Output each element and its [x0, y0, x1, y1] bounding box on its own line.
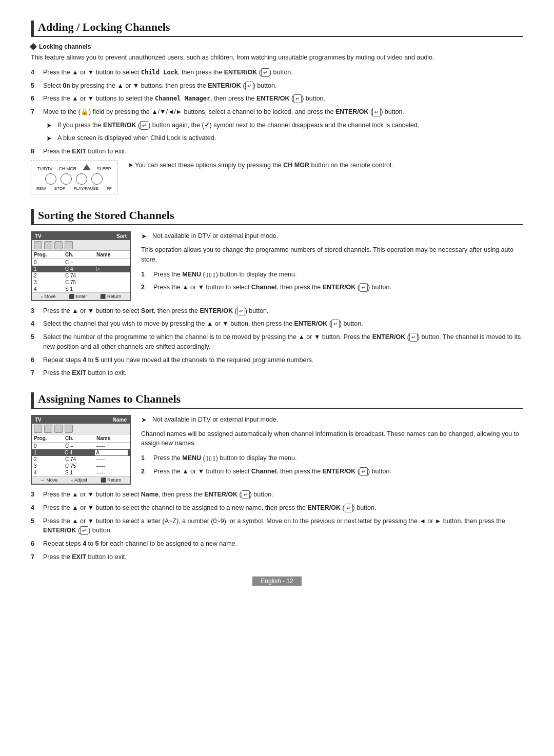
adding-locking-section: Adding / Locking Channels Locking channe…	[31, 21, 523, 194]
page-footer: English - 12	[31, 578, 523, 585]
assigning-tv-icon-1	[34, 425, 42, 433]
assigning-two-col: TV Name Prog. Ch. Name 0 C --	[31, 415, 523, 490]
assigning-section: Assigning Names to Channels TV Name Prog…	[31, 392, 523, 562]
tv-row-0: 0 C --	[32, 259, 130, 266]
ch-col-header: Ch.	[65, 252, 96, 257]
assigning-tv-label: TV	[35, 417, 42, 423]
assigning-tv-icons-row	[32, 424, 130, 434]
locking-subheading: Locking channels	[31, 43, 523, 50]
assigning-prog-col: Prog.	[34, 435, 65, 441]
assigning-step-6: 6 Repeat steps 4 to 5 for each channel t…	[31, 539, 523, 549]
tv-icons-row	[32, 240, 130, 251]
tv-row-2: 2 C 74	[32, 272, 130, 279]
tv-icon-4	[65, 241, 73, 249]
assigning-move-label: ↔ Move	[41, 478, 58, 483]
assigning-row-4: 4 S 1 -----	[32, 469, 130, 476]
step-7: 7 Move to the (🔒) field by pressing the …	[31, 107, 523, 117]
remote-inner: TV/DTV CH MGR SLEEP REW STOP PLAY/P	[36, 164, 112, 191]
tv-icon-2	[44, 241, 52, 249]
tv-dtv-label: TV/DTV	[37, 166, 52, 171]
assigning-name-col: Name	[96, 435, 128, 441]
tv-icon-3	[54, 241, 63, 249]
assigning-tv-col-headers: Prog. Ch. Name	[32, 434, 130, 443]
assigning-name-label: Name	[113, 417, 127, 423]
tv-row-4: 4 S 1	[32, 286, 130, 292]
prog-col-header: Prog.	[34, 252, 65, 257]
sorting-step-4: 4 Select the channel that you wish to mo…	[31, 319, 523, 329]
sorting-tv-col: TV Sort Prog. Ch. Name 0 C --	[31, 231, 131, 306]
step-8: 8 Press the EXIT button to exit.	[31, 147, 523, 156]
name-col-header: Name	[96, 252, 128, 257]
remote-caption: ➤ You can select these options simply by…	[128, 161, 393, 170]
tv-enter-label: ⬛ Enter	[69, 294, 87, 299]
assigning-ch-col: Ch.	[65, 435, 96, 441]
tv-label: TV	[35, 233, 42, 239]
tv-col-headers: Prog. Ch. Name	[32, 251, 130, 259]
assigning-tv-icon-3	[54, 425, 63, 433]
sorting-not-available: ➤ Not available in DTV or external input…	[141, 231, 523, 242]
assigning-step-4: 4 Press the ▲ or ▼ button to select the …	[31, 503, 523, 513]
remote-top-labels: TV/DTV CH MGR SLEEP	[37, 164, 111, 171]
sleep-label: SLEEP	[97, 166, 111, 171]
ch-mgr-label: CH MGR	[59, 166, 76, 171]
tv-row-3: 3 C 75	[32, 279, 130, 286]
assigning-step-7: 7 Press the EXIT button to exit.	[31, 552, 523, 562]
assigning-description: Channel names will be assigned automatic…	[141, 429, 523, 449]
assigning-tv-icon-4	[65, 425, 73, 433]
remote-btn-3	[76, 173, 87, 185]
sorting-step-7: 7 Press the EXIT button to exit.	[31, 368, 523, 378]
sorting-step-2: 2 Press the ▲ or ▼ button to select Chan…	[141, 283, 523, 292]
ch-mgr-triangle-icon	[83, 164, 91, 170]
assigning-tv-icon-2	[44, 425, 52, 433]
remote-area: TV/DTV CH MGR SLEEP REW STOP PLAY/P	[31, 161, 523, 194]
page-badge: English - 12	[252, 576, 301, 586]
assigning-step-5: 5 Press the ▲ or ▼ button to select a le…	[31, 516, 523, 536]
assigning-adjust-label: ⬦ Adjust	[71, 478, 87, 483]
sorting-right-col: ➤ Not available in DTV or external input…	[141, 231, 523, 296]
step-6: 6 Press the ▲ or ▼ buttons to select the…	[31, 94, 523, 104]
step-5: 5 Select On by pressing the ▲ or ▼ butto…	[31, 81, 523, 91]
assigning-not-available: ➤ Not available in DTV or external input…	[141, 415, 523, 425]
sorting-two-col: TV Sort Prog. Ch. Name 0 C --	[31, 231, 523, 306]
assigning-row-3: 3 C 75 -----	[32, 463, 130, 469]
stop-label: STOP	[54, 186, 66, 191]
sorting-section: Sorting the Stored Channels TV Sort Prog…	[31, 209, 523, 379]
assigning-tv-footer: ↔ Move ⬦ Adjust ⬛ Return	[32, 476, 130, 484]
tv-screen-header: TV Sort	[32, 232, 130, 240]
tv-move-label: ⬦ Move	[41, 294, 56, 299]
sorting-description: This operation allows you to change the …	[141, 245, 523, 265]
sorting-step-6: 6 Repeat steps 4 to 5 until you have mov…	[31, 355, 523, 365]
diamond-icon	[30, 43, 37, 50]
tv-footer: ⬦ Move ⬛ Enter ⬛ Return	[32, 292, 130, 300]
tv-icon-1	[34, 241, 42, 249]
remote-box: TV/DTV CH MGR SLEEP REW STOP PLAY/P	[31, 161, 117, 194]
play-pause-label: PLAY/PAUSE	[73, 186, 98, 191]
assigning-title: Assigning Names to Channels	[31, 392, 523, 409]
locking-intro: This feature allows you to prevent unaut…	[31, 53, 523, 63]
sorting-step-5: 5 Select the number of the programme to …	[31, 332, 523, 352]
arrow-bullet-1: ➤ If you press the ENTER/OK (↵) button a…	[46, 121, 523, 131]
sort-label: Sort	[116, 233, 127, 239]
tv-return-label: ⬛ Return	[100, 294, 121, 299]
assigning-row-1: 1 C 4 A	[32, 449, 130, 456]
remote-btn-4	[91, 173, 103, 185]
assigning-step-1: 1 Press the MENU (▯▯▯) button to display…	[141, 453, 523, 463]
remote-btn-1	[45, 173, 56, 185]
tv-row-1: 1 C 4 ▷	[32, 266, 130, 272]
arrow-bullet-2: ➤ A blue screen is displayed when Child …	[46, 133, 523, 144]
rew-label: REW	[36, 186, 46, 191]
assigning-tv-col: TV Name Prog. Ch. Name 0 C --	[31, 415, 131, 490]
sorting-step-3: 3 Press the ▲ or ▼ button to select Sort…	[31, 306, 523, 316]
step-4: 4 Press the ▲ or ▼ button to select Chil…	[31, 68, 523, 77]
remote-btn-2	[61, 173, 72, 185]
assigning-step-2: 2 Press the ▲ or ▼ button to select Chan…	[141, 467, 523, 476]
remote-bottom-labels: REW STOP PLAY/PAUSE FF	[36, 186, 112, 191]
sorting-tv-screen: TV Sort Prog. Ch. Name 0 C --	[31, 231, 131, 301]
sorting-step-1: 1 Press the MENU (▯▯▯) button to display…	[141, 270, 523, 280]
assigning-tv-screen: TV Name Prog. Ch. Name 0 C --	[31, 415, 131, 485]
assigning-row-2: 2 C 74 -----	[32, 456, 130, 463]
ff-label: FF	[107, 186, 112, 191]
assigning-row-0: 0 C -- -----	[32, 443, 130, 449]
assigning-step-3: 3 Press the ▲ or ▼ button to select Name…	[31, 490, 523, 500]
assigning-right-col: ➤ Not available in DTV or external input…	[141, 415, 523, 480]
